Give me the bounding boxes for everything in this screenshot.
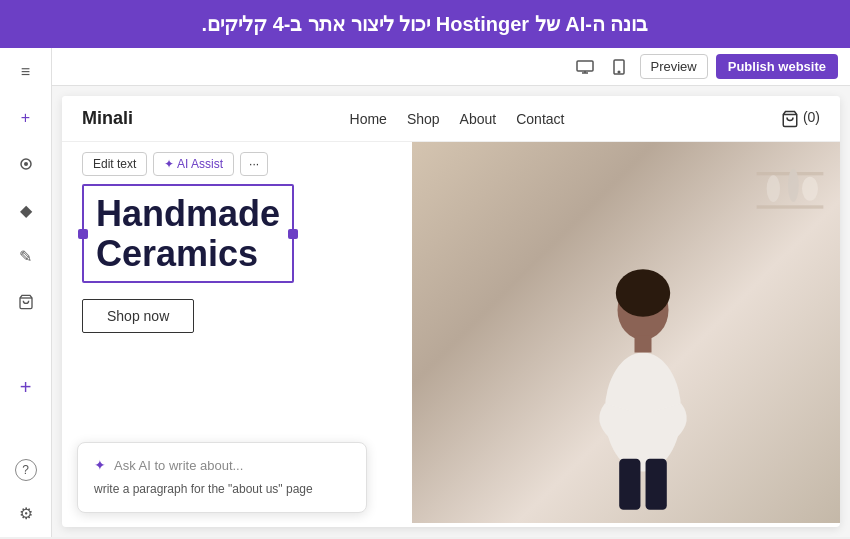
selection-handle-left[interactable] xyxy=(78,229,88,239)
edit-toolbar: Edit text ✦ AI Assist ··· xyxy=(82,152,431,176)
ai-panel: ✦ Ask AI to write about... write a parag… xyxy=(77,442,367,513)
svg-point-19 xyxy=(802,177,818,201)
editor-topbar: Preview Publish website xyxy=(52,48,850,86)
editor-area: Preview Publish website Minali Home Shop… xyxy=(52,48,850,537)
edit-icon[interactable]: ✎ xyxy=(12,242,40,270)
ai-panel-input[interactable]: write a paragraph for the "about us" pag… xyxy=(94,481,350,498)
site-menu: Home Shop About Contact xyxy=(350,111,565,127)
nav-home[interactable]: Home xyxy=(350,111,387,127)
svg-rect-16 xyxy=(757,205,824,208)
cart-count: (0) xyxy=(803,109,820,125)
sidebar: ≡ + ◆ ✎ + ? ⚙ xyxy=(0,48,52,537)
ai-sparkle-icon: ✦ xyxy=(94,457,106,473)
nav-contact[interactable]: Contact xyxy=(516,111,564,127)
add-element-icon[interactable]: + xyxy=(12,374,40,402)
svg-point-18 xyxy=(788,169,799,202)
site-nav: Minali Home Shop About Contact (0) xyxy=(62,96,840,142)
hero-section: Edit text ✦ AI Assist ··· Handmade Ceram… xyxy=(62,142,840,523)
publish-button[interactable]: Publish website xyxy=(716,54,838,79)
hero-heading-line2: Ceramics xyxy=(96,234,280,274)
svg-point-11 xyxy=(616,269,670,317)
plus-icon[interactable]: + xyxy=(12,104,40,132)
hero-heading-line1: Handmade xyxy=(96,194,280,234)
more-options-button[interactable]: ··· xyxy=(240,152,268,176)
banner-text: בונה ה-AI של Hostinger יכול ליצור אתר ב-… xyxy=(202,13,649,35)
hero-heading-wrapper: Handmade Ceramics xyxy=(82,184,294,283)
shop-now-button[interactable]: Shop now xyxy=(82,299,194,333)
nav-about[interactable]: About xyxy=(460,111,497,127)
svg-point-7 xyxy=(618,71,620,73)
hero-content: Edit text ✦ AI Assist ··· Handmade Ceram… xyxy=(62,142,451,359)
shapes-icon[interactable]: ◆ xyxy=(12,196,40,224)
website-canvas: Minali Home Shop About Contact (0) xyxy=(62,96,840,527)
ai-panel-header: ✦ Ask AI to write about... xyxy=(94,457,350,473)
cart-icon[interactable]: (0) xyxy=(781,109,820,127)
top-banner: בונה ה-AI של Hostinger יכול ליצור אתר ב-… xyxy=(0,0,850,48)
hero-heading: Handmade Ceramics xyxy=(96,194,280,273)
main-layout: ≡ + ◆ ✎ + ? ⚙ xyxy=(0,48,850,537)
preview-button[interactable]: Preview xyxy=(640,54,708,79)
ai-assist-button[interactable]: ✦ AI Assist xyxy=(153,152,234,176)
settings-icon[interactable]: ⚙ xyxy=(12,499,40,527)
menu-icon[interactable]: ≡ xyxy=(12,58,40,86)
cart-sidebar-icon[interactable] xyxy=(12,288,40,316)
svg-rect-13 xyxy=(619,459,640,510)
svg-rect-12 xyxy=(635,336,652,353)
svg-point-17 xyxy=(767,175,780,202)
svg-rect-14 xyxy=(646,459,667,510)
edit-text-button[interactable]: Edit text xyxy=(82,152,147,176)
help-icon[interactable]: ? xyxy=(15,459,37,481)
svg-point-1 xyxy=(24,162,28,166)
tablet-icon[interactable] xyxy=(606,54,632,80)
hero-image xyxy=(412,142,840,523)
svg-rect-3 xyxy=(577,61,593,71)
ai-panel-title: Ask AI to write about... xyxy=(114,458,243,473)
site-logo: Minali xyxy=(82,108,133,129)
desktop-icon[interactable] xyxy=(572,54,598,80)
selection-handle-right[interactable] xyxy=(288,229,298,239)
layers-icon[interactable] xyxy=(12,150,40,178)
nav-shop[interactable]: Shop xyxy=(407,111,440,127)
